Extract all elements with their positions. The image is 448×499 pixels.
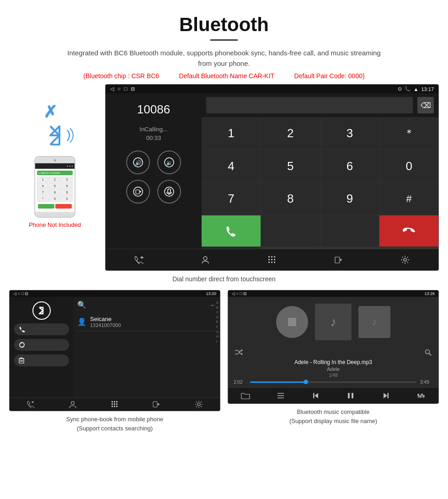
numpad-key-9[interactable]: 9 [320, 183, 379, 215]
svg-point-38 [426, 350, 430, 354]
music-disc [276, 306, 308, 338]
music-next-button[interactable] [368, 392, 404, 400]
alpha-e[interactable]: E [216, 320, 219, 324]
numpad-end-button[interactable] [379, 215, 438, 247]
shuffle-icon[interactable] [235, 349, 243, 355]
numpad-key-5[interactable]: 5 [261, 150, 320, 182]
music-prev-button[interactable] [298, 392, 333, 400]
bluetooth-sidebar-icon [37, 306, 46, 316]
pb-toolbar-settings[interactable] [178, 400, 220, 408]
phone-key-0[interactable]: 0 [49, 196, 60, 202]
music-search-icon[interactable] [425, 349, 432, 356]
music-list-button[interactable] [263, 392, 299, 400]
numpad-key-1[interactable]: 1 [202, 117, 261, 150]
music-equalizer-button[interactable] [403, 392, 438, 400]
music-title: Adele - Rolling In the Deep.mp3 [228, 359, 438, 365]
phone-key-hash[interactable]: # [61, 196, 73, 202]
svg-rect-44 [313, 393, 315, 398]
music-play-pause-button[interactable] [333, 392, 368, 400]
volume-down-button[interactable]: 🔉 [157, 150, 181, 174]
pb-call-button[interactable] [14, 323, 69, 335]
dialer-input-field[interactable] [206, 97, 413, 113]
bt-icon-button[interactable] [14, 301, 69, 320]
bt-waves-icon [65, 126, 75, 145]
music-note-icon: ♪ [330, 315, 336, 329]
pb-toolbar-transfer[interactable] [136, 400, 178, 408]
music-screenshot: ◁ ○ □ ⊟ 13:26 [228, 290, 439, 404]
svg-rect-13 [268, 259, 270, 260]
music-track-count: 1/48 [228, 373, 438, 378]
phone-key-2[interactable]: 2 [49, 177, 60, 182]
phone-key-star[interactable]: * [37, 196, 48, 202]
numpad-key-2[interactable]: 2 [261, 117, 320, 150]
phone-key-7[interactable]: 7 [37, 189, 48, 195]
phone-key-9[interactable]: 9 [61, 189, 73, 195]
music-current-time: 2:02 [234, 380, 246, 385]
numpad-key-4[interactable]: 4 [202, 150, 261, 182]
pb-contact-item[interactable]: 👤 Seicane 13241007000 [77, 313, 216, 331]
numpad-key-6[interactable]: 6 [320, 150, 379, 182]
phone-not-included-label: Phone Not Included [29, 221, 81, 228]
pb-toolbar-contacts[interactable] [52, 400, 94, 408]
pb-nav-icons: ◁ ○ □ ⊟ [13, 291, 28, 296]
dialer-row-2 [126, 180, 181, 204]
numpad-key-star[interactable]: ＊ [379, 117, 438, 150]
pb-dialpad-icon [111, 401, 118, 408]
alpha-g[interactable]: G [216, 330, 219, 334]
phone-key-6[interactable]: 6 [61, 183, 73, 189]
svg-rect-7 [168, 189, 171, 193]
page-header: Bluetooth Integrated with BC6 Bluetooth … [0, 0, 448, 84]
phone-numpad: 1 2 3 4 5 6 7 8 9 * 0 # [37, 177, 73, 202]
alpha-h[interactable]: H [216, 334, 219, 339]
next-icon [382, 392, 390, 400]
toolbar-recent-calls[interactable] [106, 253, 172, 267]
numpad-key-hash[interactable]: # [379, 183, 438, 215]
statusbar-indicators: ⊙ 📞 ▲ 13:17 [398, 86, 434, 92]
dialer-timer: 00:33 [146, 134, 161, 141]
alpha-i[interactable]: I [216, 339, 219, 344]
numpad-key-3[interactable]: 3 [320, 117, 379, 150]
dialer-backspace-button[interactable]: ⌫ [417, 97, 434, 113]
toolbar-dialpad[interactable] [239, 253, 305, 267]
phonebook-main: 🔍 ← 👤 Seicane 13241007000 A [74, 297, 220, 397]
phone-key-4[interactable]: 4 [37, 183, 48, 189]
phone-key-1[interactable]: 1 [37, 177, 48, 182]
transfer-button[interactable] [126, 180, 150, 204]
svg-rect-30 [112, 403, 113, 405]
pb-back-icon: ← [210, 301, 216, 309]
pb-sync-button[interactable] [14, 339, 69, 351]
svg-point-9 [203, 257, 207, 260]
phone-key-8[interactable]: 8 [49, 189, 60, 195]
music-block: ◁ ○ □ ⊟ 13:26 [228, 290, 439, 433]
pb-toolbar-dialpad[interactable] [94, 400, 136, 408]
pb-toolbar-calls[interactable] [10, 400, 52, 408]
phone-key-5[interactable]: 5 [49, 183, 60, 189]
alpha-b[interactable]: B [216, 306, 219, 310]
phone-call-button[interactable] [38, 204, 54, 209]
numpad-key-0[interactable]: 0 [379, 150, 438, 182]
toolbar-settings[interactable] [372, 253, 438, 267]
contacts-icon [201, 255, 210, 264]
numpad-call-button[interactable] [202, 215, 261, 247]
mute-button[interactable] [157, 180, 181, 204]
phone-key-3[interactable]: 3 [61, 177, 73, 182]
music-progress-dot [304, 380, 308, 384]
alpha-a[interactable]: A [216, 300, 219, 305]
toolbar-transfer[interactable] [305, 253, 372, 267]
svg-rect-35 [116, 406, 117, 407]
music-folder-button[interactable] [228, 392, 263, 400]
dialer-screenshot: ◁ ○ □ ⊟ ⊙ 📞 ▲ 13:17 10086 InCalling... [105, 84, 439, 271]
call-accept-icon [224, 225, 237, 237]
alpha-f[interactable]: F [216, 325, 219, 329]
volume-up-button[interactable]: 🔊 [126, 150, 150, 174]
music-progress-bar[interactable] [250, 381, 416, 383]
toolbar-contacts[interactable] [172, 253, 239, 267]
pb-delete-button[interactable] [14, 354, 69, 366]
svg-rect-27 [112, 401, 113, 402]
phone-end-button[interactable] [55, 204, 72, 209]
numpad-key-7[interactable]: 7 [202, 183, 261, 215]
alpha-c[interactable]: C [216, 310, 219, 315]
alpha-d[interactable]: D [216, 315, 219, 320]
bluetooth-button-icon[interactable] [32, 301, 51, 320]
numpad-key-8[interactable]: 8 [261, 183, 320, 215]
